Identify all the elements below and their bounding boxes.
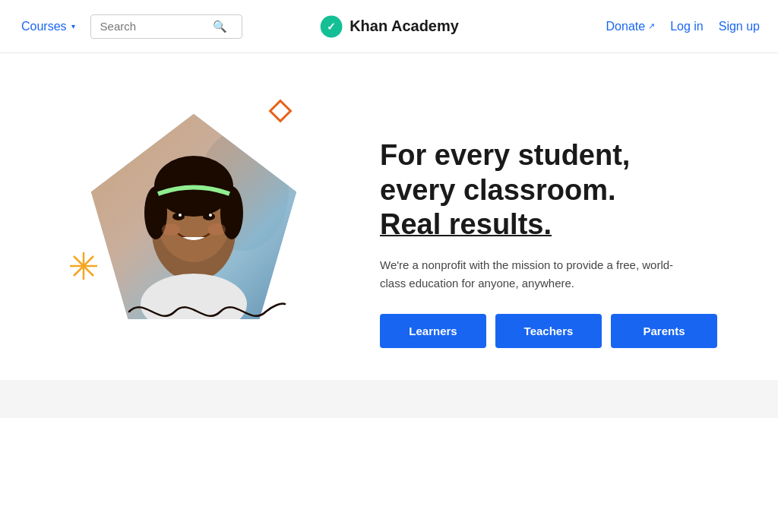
search-input[interactable] — [100, 20, 207, 33]
cta-buttons: Learners Teachers Parents — [380, 314, 748, 348]
orange-diamond-decoration — [268, 99, 292, 122]
starburst-decoration — [68, 251, 99, 281]
hero-heading: For every student, every classroom. Real… — [380, 138, 748, 242]
logo-link[interactable]: ✓ Khan Academy — [319, 14, 459, 39]
external-link-icon: ↗ — [648, 21, 655, 31]
hero-section: For every student, every classroom. Real… — [0, 53, 778, 418]
hero-text-area: For every student, every classroom. Real… — [334, 123, 748, 348]
svg-point-12 — [172, 213, 185, 220]
hero-content: For every student, every classroom. Real… — [0, 53, 778, 418]
svg-text:✓: ✓ — [327, 20, 336, 32]
courses-button[interactable]: Courses ▾ — [18, 15, 78, 38]
learners-button[interactable]: Learners — [380, 314, 486, 348]
signup-link[interactable]: Sign up — [719, 20, 760, 33]
search-icon: 🔍 — [213, 20, 227, 33]
header-left: Courses ▾ 🔍 — [18, 14, 242, 39]
donate-link[interactable]: Donate ↗ — [606, 20, 656, 33]
chevron-down-icon: ▾ — [71, 22, 75, 30]
squiggle-decoration — [122, 289, 289, 334]
khan-academy-logo-icon: ✓ — [319, 14, 343, 39]
header-right: Donate ↗ Log in Sign up — [606, 20, 760, 33]
svg-point-16 — [162, 223, 180, 236]
svg-point-14 — [179, 214, 182, 217]
header: Courses ▾ 🔍 ✓ Khan Academy Donate ↗ Log … — [0, 0, 778, 53]
parents-button[interactable]: Parents — [611, 314, 717, 348]
courses-label: Courses — [21, 20, 67, 33]
bottom-bar — [0, 380, 778, 418]
hero-subtext: We're a nonprofit with the mission to pr… — [380, 256, 699, 293]
svg-point-17 — [207, 223, 226, 236]
logo-text: Khan Academy — [349, 17, 459, 35]
search-box: 🔍 — [90, 14, 242, 39]
teachers-button[interactable]: Teachers — [495, 314, 602, 348]
login-link[interactable]: Log in — [670, 20, 704, 33]
hero-image-area — [61, 91, 334, 380]
svg-point-15 — [209, 214, 212, 217]
svg-point-13 — [203, 213, 215, 220]
